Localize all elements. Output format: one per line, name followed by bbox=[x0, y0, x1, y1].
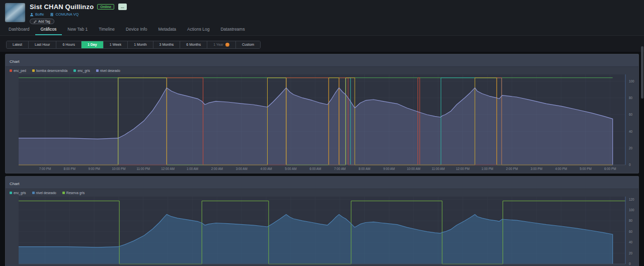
range-button-3-months[interactable]: 3 Months bbox=[153, 41, 181, 48]
range-button-last-hour[interactable]: Last Hour bbox=[29, 41, 56, 48]
svg-text:7:00 AM: 7:00 AM bbox=[334, 166, 346, 170]
svg-text:80: 80 bbox=[629, 219, 633, 222]
svg-text:100: 100 bbox=[629, 208, 634, 212]
chart-canvas[interactable]: 7:00 PM8:00 PM9:00 PM10:00 PM11:00 PM12:… bbox=[19, 197, 638, 266]
range-button-1-year[interactable]: 1 Year bbox=[207, 41, 236, 48]
tab-timeline[interactable]: Timeline bbox=[93, 25, 120, 35]
svg-text:120: 120 bbox=[629, 197, 634, 201]
svg-text:5:00 AM: 5:00 AM bbox=[285, 166, 296, 170]
range-button-6-months[interactable]: 6 Months bbox=[180, 41, 207, 48]
range-button-label: 1 Month bbox=[134, 43, 146, 46]
svg-text:60: 60 bbox=[629, 229, 633, 233]
svg-text:0: 0 bbox=[629, 163, 631, 166]
device-title: Sist CHAN Quillinzo bbox=[30, 3, 94, 11]
status-badge: Online bbox=[97, 4, 114, 10]
range-button-custom[interactable]: Custom bbox=[236, 41, 260, 48]
legend-item-nivel-deseado[interactable]: nivel deseado bbox=[96, 69, 120, 72]
legend-color-dot bbox=[62, 192, 65, 194]
legend-color-dot bbox=[96, 69, 99, 72]
legend-color-dot bbox=[73, 69, 76, 72]
legend-label: enc_grls bbox=[14, 191, 26, 195]
range-button-label: 3 Months bbox=[159, 43, 174, 46]
range-button-latest[interactable]: Latest bbox=[7, 41, 29, 48]
svg-text:8:00 AM: 8:00 AM bbox=[359, 166, 370, 170]
legend-item-nivel-deseado[interactable]: nivel deseado bbox=[32, 191, 56, 195]
tab-bar: DashboardGráficosNew Tab 1TimelineDevice… bbox=[0, 25, 644, 36]
svg-text:10:00 PM: 10:00 PM bbox=[112, 166, 126, 170]
chart-legend: enc_pedbomba desencendidaenc_grlsnivel d… bbox=[6, 67, 638, 73]
legend-color-dot bbox=[32, 69, 35, 72]
svg-text:2:00 AM: 2:00 AM bbox=[211, 166, 223, 170]
time-range-group: LatestLast Hour6 Hours1 Day1 Week1 Month… bbox=[6, 41, 261, 49]
time-range-bar: LatestLast Hour6 Hours1 Day1 Week1 Month… bbox=[0, 36, 644, 52]
tab-dashboard[interactable]: Dashboard bbox=[3, 25, 35, 35]
legend-item-enc-grls[interactable]: enc_grls bbox=[73, 69, 90, 72]
svg-text:20: 20 bbox=[629, 251, 633, 254]
legend-label: Reserva grls bbox=[66, 191, 85, 195]
range-button-1-day[interactable]: 1 Day bbox=[82, 41, 104, 48]
svg-text:0: 0 bbox=[629, 262, 631, 265]
svg-text:5:00 PM: 5:00 PM bbox=[580, 166, 591, 170]
legend-item-enc-ped[interactable]: enc_ped bbox=[10, 69, 26, 72]
legend-item-reserva-grls[interactable]: Reserva grls bbox=[62, 191, 85, 195]
svg-text:6:00 AM: 6:00 AM bbox=[309, 166, 321, 170]
legend-item-bomba-desencendida[interactable]: bomba desencendida bbox=[32, 69, 67, 72]
range-button-1-week[interactable]: 1 Week bbox=[104, 41, 128, 48]
svg-text:60: 60 bbox=[629, 113, 633, 116]
chart-panel-header: Chart bbox=[6, 176, 638, 189]
vertical-scrollbar[interactable] bbox=[641, 46, 643, 99]
svg-text:2:00 PM: 2:00 PM bbox=[506, 166, 518, 170]
svg-text:11:00 AM: 11:00 AM bbox=[432, 166, 445, 170]
tab-new-tab-1[interactable]: New Tab 1 bbox=[62, 25, 93, 35]
svg-text:3:00 PM: 3:00 PM bbox=[531, 166, 542, 170]
add-tag-label: Add Tag bbox=[38, 20, 50, 23]
range-button-label: 1 Day bbox=[88, 43, 97, 46]
chart-panel-2: Chart enc_grlsnivel deseadoReserva grls … bbox=[5, 176, 639, 266]
legend-label: nivel deseado bbox=[100, 69, 120, 72]
range-button-label: 6 Hours bbox=[62, 43, 75, 46]
svg-text:6:00 PM: 6:00 PM bbox=[604, 166, 616, 170]
svg-text:80: 80 bbox=[629, 96, 633, 99]
chart-title: Chart bbox=[10, 182, 20, 186]
chart-panel-1: Chart enc_pedbomba desencendidaenc_grlsn… bbox=[5, 54, 639, 173]
device-thumbnail[interactable] bbox=[5, 3, 25, 22]
svg-text:9:00 AM: 9:00 AM bbox=[383, 166, 395, 170]
svg-text:1:00 AM: 1:00 AM bbox=[187, 166, 198, 170]
svg-text:8:00 PM: 8:00 PM bbox=[64, 166, 75, 170]
more-options-button[interactable]: ... bbox=[118, 4, 127, 10]
range-button-label: 1 Week bbox=[110, 43, 122, 46]
add-tag-button[interactable]: Add Tag bbox=[30, 19, 54, 24]
svg-text:7:00 PM: 7:00 PM bbox=[39, 166, 51, 170]
organization-link[interactable]: COMUNA VQ bbox=[50, 12, 78, 17]
legend-item-enc-grls[interactable]: enc_grls bbox=[10, 191, 26, 195]
owner-link[interactable]: Boffe bbox=[30, 12, 44, 17]
tab-datastreams[interactable]: Datastreams bbox=[215, 25, 250, 35]
range-button-label: Last Hour bbox=[35, 43, 50, 46]
organization-label: COMUNA VQ bbox=[55, 12, 78, 17]
svg-text:100: 100 bbox=[629, 79, 634, 82]
svg-text:20: 20 bbox=[629, 146, 633, 149]
range-button-6-hours[interactable]: 6 Hours bbox=[56, 41, 82, 48]
svg-text:4:00 PM: 4:00 PM bbox=[555, 166, 567, 170]
tab-metadata[interactable]: Metadata bbox=[153, 25, 182, 35]
legend-color-dot bbox=[32, 192, 35, 194]
legend-label: enc_ped bbox=[14, 69, 26, 72]
chart-legend: enc_grlsnivel deseadoReserva grls bbox=[6, 189, 638, 196]
tab-device-info[interactable]: Device Info bbox=[120, 25, 153, 35]
pencil-icon bbox=[34, 20, 37, 23]
tab-actions-log[interactable]: Actions Log bbox=[182, 25, 215, 35]
range-button-label: Latest bbox=[13, 43, 22, 46]
building-icon bbox=[50, 13, 54, 17]
tab-graficos[interactable]: Gráficos bbox=[35, 25, 62, 35]
range-button-label: 6 Months bbox=[186, 43, 201, 46]
legend-color-dot bbox=[10, 69, 12, 72]
svg-text:4:00 AM: 4:00 AM bbox=[260, 166, 272, 170]
person-icon bbox=[30, 13, 34, 17]
svg-text:11:00 PM: 11:00 PM bbox=[137, 166, 150, 170]
chart-area: 7:00 PM8:00 PM9:00 PM10:00 PM11:00 PM12:… bbox=[6, 73, 638, 173]
svg-text:40: 40 bbox=[629, 129, 633, 133]
svg-text:1:00 PM: 1:00 PM bbox=[481, 166, 493, 170]
chart-canvas[interactable]: 7:00 PM8:00 PM9:00 PM10:00 PM11:00 PM12:… bbox=[19, 74, 638, 171]
svg-text:40: 40 bbox=[629, 240, 633, 244]
range-button-1-month[interactable]: 1 Month bbox=[128, 41, 153, 48]
